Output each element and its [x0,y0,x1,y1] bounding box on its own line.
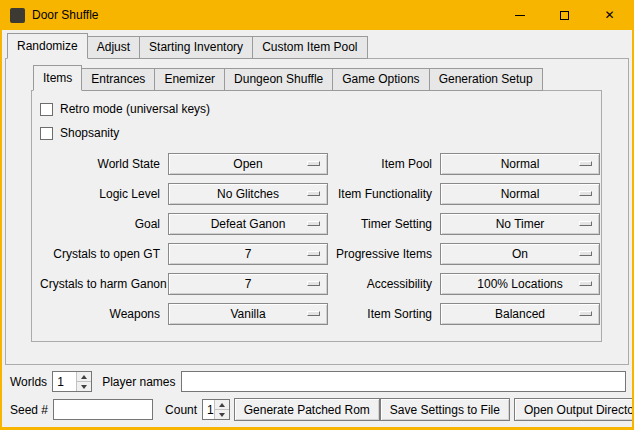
count-spinner[interactable]: 1 [202,399,230,420]
optionmenu-indicator-icon [307,221,320,226]
main-tabbar: Randomize Adjust Starting Inventory Cust… [5,33,629,58]
tab-adjust[interactable]: Adjust [87,36,140,59]
title-bar: Door Shuffle ✕ [2,0,632,30]
optionmenu-indicator-icon [307,311,320,316]
optionmenu-indicator-icon [307,191,320,196]
seed-input[interactable] [53,399,153,420]
count-spinner-buttons [214,400,229,419]
count-value[interactable]: 1 [203,400,214,419]
accessibility-label: Accessibility [336,277,432,291]
options-grid: World State Open Item Pool Normal Logic … [32,145,601,325]
close-icon: ✕ [604,9,614,21]
item-pool-dropdown[interactable]: Normal [440,153,600,175]
minimize-button[interactable] [497,0,542,30]
item-functionality-label: Item Functionality [336,187,432,201]
minimize-icon [515,15,525,16]
maximize-icon [560,11,569,20]
bottom-controls: Worlds 1 Player names Seed # Count 1 [2,365,632,427]
item-functionality-dropdown[interactable]: Normal [440,183,600,205]
tab-enemizer[interactable]: Enemizer [154,68,225,91]
retro-mode-row: Retro mode (universal keys) [40,97,601,121]
main-notebook: Randomize Adjust Starting Inventory Cust… [5,33,629,365]
retro-mode-label: Retro mode (universal keys) [60,102,210,116]
seed-label: Seed # [10,403,48,417]
open-output-directory-button[interactable]: Open Output Directory [514,398,634,421]
spin-down-icon [81,385,87,389]
tab-dungeon-shuffle[interactable]: Dungeon Shuffle [224,68,333,91]
retro-mode-checkbox[interactable] [40,103,53,116]
tab-game-options[interactable]: Game Options [332,68,429,91]
logic-level-label: Logic Level [40,187,160,201]
spin-up-icon [81,375,87,379]
count-spin-down-button[interactable] [215,409,229,419]
item-sorting-dropdown[interactable]: Balanced [440,303,600,325]
app-icon [10,8,25,23]
generate-patched-rom-button[interactable]: Generate Patched Rom [234,398,380,421]
worlds-spin-down-button[interactable] [77,381,91,391]
tab-starting-inventory[interactable]: Starting Inventory [139,36,253,59]
timer-setting-label: Timer Setting [336,217,432,231]
weapons-dropdown[interactable]: Vanilla [168,303,328,325]
worlds-label: Worlds [10,375,47,389]
player-names-label: Player names [102,375,175,389]
world-state-label: World State [40,157,160,171]
tab-custom-item-pool[interactable]: Custom Item Pool [252,36,367,59]
worlds-spin-up-button[interactable] [77,372,91,381]
optionmenu-indicator-icon [579,221,592,226]
tab-randomize[interactable]: Randomize [7,33,88,59]
maximize-button[interactable] [542,0,587,30]
crystals-open-gt-dropdown[interactable]: 7 [168,243,328,265]
crystals-open-gt-label: Crystals to open GT [40,247,160,261]
randomize-pane: Items Entrances Enemizer Dungeon Shuffle… [5,58,629,365]
save-settings-button[interactable]: Save Settings to File [380,398,510,421]
items-pane: Retro mode (universal keys) Shopsanity W… [31,90,602,342]
window-title: Door Shuffle [32,8,99,22]
worlds-row: Worlds 1 Player names [10,370,626,393]
optionmenu-indicator-icon [579,311,592,316]
progressive-items-label: Progressive Items [336,247,432,261]
tab-entrances[interactable]: Entrances [81,68,155,91]
goal-label: Goal [40,217,160,231]
door-shuffle-window: Door Shuffle ✕ Randomize Adjust Starting… [0,0,634,430]
shopsanity-row: Shopsanity [40,121,601,145]
optionmenu-indicator-icon [579,281,592,286]
optionmenu-indicator-icon [579,251,592,256]
weapons-label: Weapons [40,307,160,321]
accessibility-dropdown[interactable]: 100% Locations [440,273,600,295]
crystals-harm-ganon-label: Crystals to harm Ganon [40,277,160,291]
randomize-sub-notebook: Items Entrances Enemizer Dungeon Shuffle… [31,65,602,342]
spin-up-icon [219,403,225,407]
seed-row: Seed # Count 1 Generate Patched Rom Save… [10,398,626,421]
tab-generation-setup[interactable]: Generation Setup [429,68,543,91]
item-sorting-label: Item Sorting [336,307,432,321]
count-label: Count [165,403,197,417]
optionmenu-indicator-icon [579,161,592,166]
progressive-items-dropdown[interactable]: On [440,243,600,265]
item-pool-label: Item Pool [336,157,432,171]
count-spin-up-button[interactable] [215,400,229,409]
world-state-dropdown[interactable]: Open [168,153,328,175]
worlds-spinner[interactable]: 1 [52,371,92,392]
spin-down-icon [219,413,225,417]
player-names-input[interactable] [181,371,627,392]
shopsanity-label: Shopsanity [60,126,119,140]
tab-items[interactable]: Items [33,65,82,91]
worlds-value[interactable]: 1 [53,372,76,391]
sub-tabbar: Items Entrances Enemizer Dungeon Shuffle… [31,65,602,90]
timer-setting-dropdown[interactable]: No Timer [440,213,600,235]
shopsanity-checkbox[interactable] [40,127,53,140]
goal-dropdown[interactable]: Defeat Ganon [168,213,328,235]
optionmenu-indicator-icon [307,251,320,256]
optionmenu-indicator-icon [307,161,320,166]
close-button[interactable]: ✕ [587,0,632,30]
worlds-spinner-buttons [76,372,91,391]
optionmenu-indicator-icon [579,191,592,196]
crystals-harm-ganon-dropdown[interactable]: 7 [168,273,328,295]
logic-level-dropdown[interactable]: No Glitches [168,183,328,205]
optionmenu-indicator-icon [307,281,320,286]
